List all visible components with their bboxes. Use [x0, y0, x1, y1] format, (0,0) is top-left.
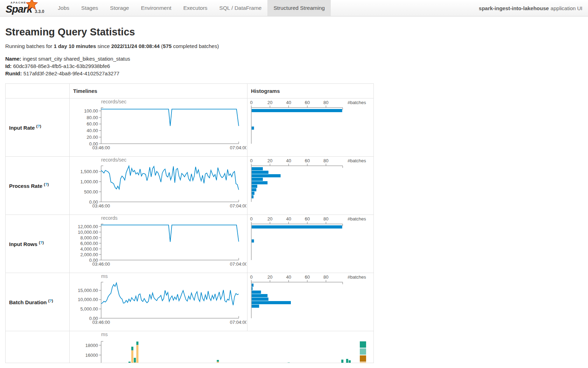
page-title: Streaming Query Statistics [5, 26, 583, 38]
row-label-batch-duration: Batch Duration (?) [6, 273, 70, 331]
tab-executors[interactable]: Executors [177, 0, 214, 16]
svg-text:6,000.00: 6,000.00 [80, 241, 98, 246]
histogram-bar [252, 127, 254, 130]
running-summary: Running batches for 1 day 10 minutes sin… [5, 43, 583, 49]
timeline-line [101, 166, 239, 190]
tab-storage[interactable]: Storage [104, 0, 135, 16]
histogram-bar [252, 195, 253, 198]
query-id-line: Id: 60dc3768-85e3-4fb5-a13c-63b29938bfe6 [5, 62, 583, 70]
input-rows-histogram-chart: 020406080#batches [247, 215, 373, 269]
svg-text:0: 0 [250, 158, 252, 163]
batches-label: #batches [348, 158, 366, 163]
svg-text:8,000.00: 8,000.00 [80, 235, 98, 240]
tab-jobs[interactable]: Jobs [52, 0, 75, 16]
statistics-table: Timelines Histograms Input Rate (?) reco… [5, 83, 374, 363]
tab-environment[interactable]: Environment [135, 0, 177, 16]
process-rate-help-link[interactable]: ? [45, 182, 48, 186]
svg-text:12,000.00: 12,000.00 [78, 224, 98, 229]
navbar: APACHE Spark 3.3.0 Jobs Stages Storage E… [0, 0, 588, 16]
svg-text:0: 0 [250, 274, 252, 280]
stacked-bar-segment [131, 347, 133, 350]
stacked-bar-segment [134, 358, 136, 362]
table-header-row: Timelines Histograms [6, 84, 374, 98]
unit-label: records/sec [101, 99, 126, 104]
header-histograms: Histograms [247, 84, 374, 98]
svg-text:14000: 14000 [85, 362, 98, 363]
stacked-bar-segment [134, 362, 136, 363]
svg-text:10,000.00: 10,000.00 [78, 297, 98, 302]
svg-text:40: 40 [286, 216, 291, 222]
process-rate-timeline-chart: records/sec0.00500.001,000.001,500.0003:… [70, 157, 246, 211]
svg-text:03:46:00: 03:46:00 [92, 145, 110, 150]
timeline-line [101, 225, 239, 242]
spark-star-icon [26, 0, 38, 10]
tab-stages[interactable]: Stages [75, 0, 104, 16]
header-empty [6, 84, 70, 98]
svg-text:80: 80 [323, 216, 328, 222]
legend-swatch [360, 362, 366, 363]
svg-text:4,000.00: 4,000.00 [80, 246, 98, 252]
spark-logo[interactable]: APACHE Spark 3.3.0 [0, 0, 44, 16]
histogram-bar [252, 171, 268, 174]
svg-text:20: 20 [267, 100, 272, 105]
svg-text:10,000.00: 10,000.00 [78, 230, 98, 235]
input-rate-help-link[interactable]: ? [37, 124, 40, 128]
header-timelines: Timelines [70, 84, 247, 98]
stacked-bar-segment [341, 360, 343, 363]
table-row-batch-duration: Batch Duration (?) ms0.005,000.0010,000.… [6, 273, 374, 331]
stacked-bar-segment [217, 360, 219, 362]
tab-structured-streaming[interactable]: Structured Streaming [267, 0, 330, 16]
row-label-operation-duration [6, 331, 70, 363]
histogram-bar [252, 287, 253, 290]
svg-text:60: 60 [305, 274, 310, 280]
timeline-line [101, 283, 239, 305]
svg-text:80: 80 [323, 274, 328, 280]
tab-sql-dataframe[interactable]: SQL / DataFrame [214, 0, 268, 16]
svg-text:20: 20 [267, 158, 272, 163]
svg-text:60: 60 [305, 100, 310, 105]
running-since: 2022/11/24 08:08:44 [111, 43, 160, 49]
histogram-bar [252, 185, 257, 188]
row-label-input-rate: Input Rate (?) [6, 98, 70, 157]
stacked-bar-segment [131, 350, 133, 363]
query-metadata: Name: ingest smart_city shared_bikes_sta… [5, 55, 583, 77]
svg-text:80: 80 [323, 158, 328, 163]
svg-text:5,000.00: 5,000.00 [80, 306, 98, 312]
histogram-bar [252, 301, 291, 304]
application-name-suffix: application UI [551, 5, 582, 11]
svg-text:0: 0 [250, 216, 252, 222]
svg-text:07:04:00: 07:04:00 [230, 320, 246, 325]
svg-text:40: 40 [286, 100, 291, 105]
svg-text:07:04:00: 07:04:00 [230, 145, 246, 150]
application-name-bold: spark-ingest-into-lakehouse [479, 5, 549, 11]
completed-batches-count: 575 [163, 43, 172, 49]
process-rate-histogram-chart: 020406080#batches [247, 157, 373, 211]
unit-label: ms [101, 332, 108, 337]
batches-label: #batches [348, 274, 366, 280]
histogram-bar [252, 239, 254, 243]
batches-label: #batches [348, 216, 366, 222]
timeline-line [101, 109, 239, 126]
stacked-bar-segment [217, 362, 219, 363]
svg-text:07:04:00: 07:04:00 [230, 261, 246, 267]
histogram-bar [252, 305, 259, 308]
svg-text:03:46:00: 03:46:00 [92, 320, 110, 325]
svg-text:1,000.00: 1,000.00 [80, 179, 98, 184]
svg-text:60.00: 60.00 [86, 121, 98, 127]
application-name: spark-ingest-into-lakehouse application … [479, 0, 582, 16]
query-runid-line: RunId: 517afd3f-28e2-4ba8-9fe4-4102527a3… [5, 70, 583, 77]
svg-text:20: 20 [267, 216, 272, 222]
stacked-bar-segment [349, 360, 351, 363]
histogram-bar [252, 192, 254, 195]
unit-label: records [101, 215, 118, 221]
input-rows-timeline-chart: records0.002,000.004,000.006,000.008,000… [70, 215, 246, 269]
legend-swatch [360, 341, 366, 348]
stacked-bar-segment [128, 362, 131, 363]
histogram-bar [252, 294, 267, 297]
svg-text:60: 60 [305, 158, 310, 163]
legend-swatch [360, 348, 366, 355]
svg-text:03:46:00: 03:46:00 [92, 203, 110, 209]
histogram-bar [252, 181, 267, 184]
histogram-bar [252, 188, 256, 191]
legend-swatch [360, 355, 366, 362]
